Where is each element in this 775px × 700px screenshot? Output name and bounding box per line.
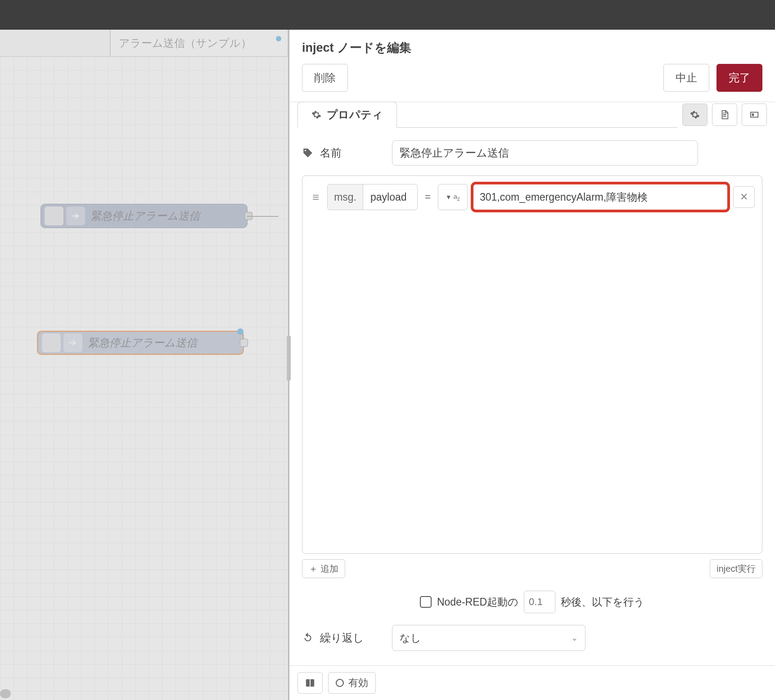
repeat-select[interactable]: なし ⌄ xyxy=(392,625,586,651)
svg-rect-0 xyxy=(751,112,758,117)
done-button[interactable]: 完了 xyxy=(716,64,762,92)
flow-canvas[interactable]: アラーム送信（サンプル） 緊急停止アラーム送信 緊急停止アラーム送信 xyxy=(0,30,288,700)
flow-tabbar: アラーム送信（サンプル） xyxy=(0,30,288,57)
enabled-toggle[interactable]: 有効 xyxy=(328,672,376,694)
name-input[interactable] xyxy=(392,140,698,166)
cancel-button[interactable]: 中止 xyxy=(663,64,709,92)
panel-title: inject ノードを編集 xyxy=(289,30,775,64)
document-icon xyxy=(720,110,730,120)
node-label: 緊急停止アラーム送信 xyxy=(90,209,200,223)
gear-icon xyxy=(690,110,700,120)
msg-prefix: msg. xyxy=(328,184,363,210)
flow-tab-active[interactable]: アラーム送信（サンプル） xyxy=(110,30,288,57)
delete-button[interactable]: 削除 xyxy=(302,64,348,92)
tag-icon xyxy=(302,147,314,159)
rule-row: ≡ msg. payload = ▼ az ✕ xyxy=(310,184,755,210)
panel-resize-handle[interactable] xyxy=(287,336,291,381)
node-label: 緊急停止アラーム送信 xyxy=(88,336,197,350)
once-text-post: 秒後、以下を行う xyxy=(561,595,644,609)
node-appearance-button[interactable] xyxy=(742,103,767,126)
name-label: 名前 xyxy=(302,146,392,160)
inject-now-button[interactable]: inject実行 xyxy=(710,559,762,578)
repeat-label: 繰り返し xyxy=(302,631,392,645)
book-icon xyxy=(305,678,315,688)
once-text-pre: Node-RED起動の xyxy=(437,595,518,609)
edit-panel: inject ノードを編集 削除 中止 完了 プロパティ xyxy=(288,30,775,700)
string-type-icon: az xyxy=(454,193,460,202)
equals-label: = xyxy=(423,191,433,203)
inject-node-2-selected[interactable]: 緊急停止アラーム送信 xyxy=(37,331,244,355)
svg-point-2 xyxy=(305,150,306,151)
caret-down-icon: ▼ xyxy=(446,193,452,201)
chevron-down-icon: ⌄ xyxy=(571,633,578,643)
canvas-grid[interactable]: 緊急停止アラーム送信 緊急停止アラーム送信 xyxy=(0,57,288,700)
close-icon: ✕ xyxy=(740,191,748,203)
drag-handle-icon[interactable]: ≡ xyxy=(310,190,322,204)
circle-icon xyxy=(336,679,344,687)
inject-once-row: Node-RED起動の 秒後、以下を行う xyxy=(302,591,762,613)
unsaved-dot-icon xyxy=(237,328,243,335)
add-rule-button[interactable]: ＋ 追加 xyxy=(302,559,345,578)
inject-trigger-button[interactable] xyxy=(42,333,61,352)
repeat-value: なし xyxy=(400,631,421,645)
svg-rect-1 xyxy=(752,113,754,116)
tab-label: プロパティ xyxy=(327,108,383,122)
gear-icon xyxy=(311,110,321,120)
appearance-icon xyxy=(749,110,759,120)
node-description-button[interactable] xyxy=(712,103,737,126)
once-delay-input[interactable] xyxy=(524,591,555,613)
tab-properties[interactable]: プロパティ xyxy=(297,102,397,128)
app-topbar xyxy=(0,0,775,30)
inject-arrow-icon xyxy=(63,333,82,352)
msg-property-field[interactable]: msg. payload xyxy=(327,184,418,210)
help-button[interactable] xyxy=(297,672,323,694)
unsaved-dot-icon xyxy=(276,36,281,41)
node-output-port[interactable] xyxy=(240,339,248,347)
inject-once-checkbox[interactable] xyxy=(420,596,432,608)
delete-rule-button[interactable]: ✕ xyxy=(733,186,755,208)
horizontal-scrollbar[interactable] xyxy=(0,689,11,698)
payload-value-input[interactable] xyxy=(473,184,728,210)
flow-tab-prev[interactable] xyxy=(0,30,110,57)
wire[interactable] xyxy=(247,216,279,217)
panel-footer: 有効 xyxy=(289,665,775,700)
payload-rules-list: ≡ msg. payload = ▼ az ✕ xyxy=(302,175,762,554)
inject-node-1[interactable]: 緊急停止アラーム送信 xyxy=(41,204,248,228)
flow-tab-label: アラーム送信（サンプル） xyxy=(119,36,252,50)
msg-property-value: payload xyxy=(363,191,417,203)
inject-arrow-icon xyxy=(66,206,85,225)
value-type-selector[interactable]: ▼ az xyxy=(438,184,468,210)
repeat-icon xyxy=(302,632,314,644)
inject-trigger-button[interactable] xyxy=(45,206,63,225)
plus-icon: ＋ xyxy=(309,563,318,575)
node-settings-button[interactable] xyxy=(682,103,707,126)
